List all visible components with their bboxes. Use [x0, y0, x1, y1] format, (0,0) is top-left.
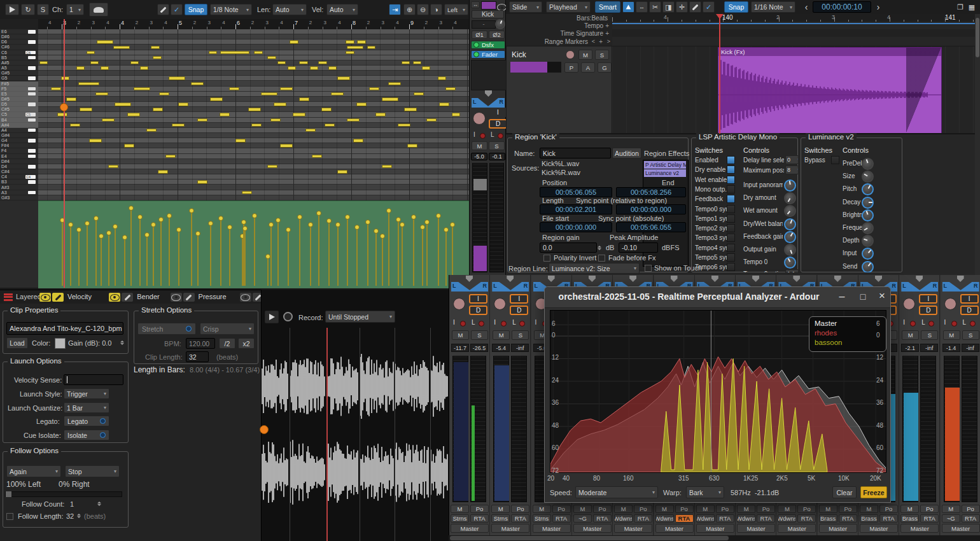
piano-keys[interactable]: E6D#6D6C#6C6C6B5A#5A5G#5G5F#5F5E5D#5D5C#…	[0, 29, 38, 200]
rta-send-button[interactable]: RTA	[839, 514, 857, 523]
midi-note[interactable]	[388, 82, 401, 86]
velocity-lollipop[interactable]	[208, 221, 213, 226]
fader-handle-icon[interactable]	[548, 276, 555, 282]
piano-key[interactable]: E4	[0, 154, 38, 159]
piano-key[interactable]: A#3	[0, 185, 38, 190]
piano-key[interactable]: C4C4	[0, 174, 38, 179]
launch-quantize-select[interactable]: 1 Bar▾	[64, 402, 109, 413]
monitor-button[interactable]: M	[491, 505, 510, 513]
velocity-lollipop[interactable]	[137, 214, 143, 220]
piano-key[interactable]: A#5	[0, 60, 38, 66]
white-key[interactable]	[28, 165, 36, 169]
white-key[interactable]	[28, 76, 36, 80]
timesig-add-button[interactable]: +	[605, 30, 609, 37]
grid-row[interactable]	[38, 159, 469, 164]
white-key[interactable]	[28, 149, 36, 153]
knob-size[interactable]	[862, 171, 874, 183]
rta-send-button[interactable]: RTA	[470, 514, 489, 523]
velocity-lollipop[interactable]	[265, 254, 270, 259]
knob-input-panorama[interactable]	[784, 179, 796, 192]
follow-length-spinner[interactable]	[76, 510, 81, 521]
lane-label-velocity[interactable]: Velocity	[67, 293, 92, 300]
midi-note[interactable]	[76, 66, 85, 70]
midi-note[interactable]	[57, 113, 67, 116]
input-button[interactable]: I	[469, 294, 487, 304]
record-enable-button[interactable]	[453, 298, 465, 310]
midi-note[interactable]	[153, 108, 163, 111]
input-monitor-label[interactable]: I	[473, 131, 475, 138]
grid-row[interactable]	[38, 87, 469, 92]
midi-loop-button[interactable]: ↻	[21, 4, 35, 15]
follow-count-value[interactable]: 1	[70, 500, 74, 508]
pencil-toggle-bender[interactable]	[122, 293, 133, 302]
midi-note[interactable]	[210, 97, 223, 101]
input-button[interactable]: I	[919, 294, 937, 304]
white-key[interactable]	[28, 66, 36, 70]
midi-note[interactable]	[356, 102, 367, 106]
grid-row[interactable]	[38, 174, 469, 179]
processor-dsfx[interactable]: Dsfx	[471, 41, 505, 49]
velocity-lollipop[interactable]	[308, 222, 313, 227]
switch-off[interactable]	[727, 253, 735, 262]
solo-button[interactable]: S	[512, 330, 529, 340]
midi-note[interactable]	[346, 51, 354, 55]
strip-name-button[interactable]: Strns	[533, 514, 551, 523]
strip-name-button[interactable]: ~G	[942, 514, 960, 523]
mute-button[interactable]: M	[472, 141, 487, 150]
output-button-master[interactable]: Master	[614, 524, 652, 533]
midi-note[interactable]	[382, 165, 392, 169]
midi-playhead[interactable]	[64, 19, 65, 288]
midi-note[interactable]	[347, 46, 363, 50]
polarity-label[interactable]: Polarity Invert	[554, 254, 596, 262]
switch-on[interactable]	[727, 195, 735, 203]
tempo-ratio-select[interactable]: 1:1▾	[785, 269, 798, 272]
lane-label-bender[interactable]: Bender	[137, 293, 159, 300]
scrollbar-handle[interactable]	[450, 536, 729, 540]
load-button[interactable]: Load	[6, 337, 28, 349]
midi-note[interactable]	[288, 66, 296, 70]
midi-note[interactable]	[321, 108, 332, 111]
strip-name-button[interactable]: Brass	[900, 514, 919, 523]
fader-handle-icon[interactable]	[793, 276, 800, 282]
processor-box[interactable]	[471, 60, 507, 90]
velocity-lollipop[interactable]	[252, 213, 257, 218]
switch-off[interactable]	[831, 156, 839, 164]
ruler-bar-label[interactable]: 140	[722, 14, 733, 21]
fader-handle-icon[interactable]	[589, 276, 596, 282]
record-enable-button[interactable]	[494, 298, 506, 310]
strip-width-button[interactable]: ↔	[471, 1, 480, 8]
fader-handle-icon[interactable]	[957, 276, 964, 282]
midi-note[interactable]	[242, 191, 252, 195]
midi-note[interactable]	[439, 102, 449, 106]
maximize-button[interactable]: □	[855, 290, 871, 304]
strip-name-button[interactable]: ~G	[573, 514, 592, 523]
follow-left-select[interactable]: Again▾	[6, 465, 61, 477]
midi-note[interactable]	[426, 118, 437, 122]
region-line-select[interactable]: Luminance v2: Size▾	[549, 263, 640, 274]
knob-wet-amount[interactable]	[784, 205, 796, 217]
polarity-button[interactable]: Po	[552, 505, 571, 513]
note-velocity-select[interactable]: Auto▾	[326, 4, 358, 15]
velocity-lollipop[interactable]	[365, 220, 370, 225]
piano-key[interactable]: G#3	[0, 195, 38, 200]
midi-note[interactable]	[299, 97, 309, 101]
editor-scrollbar[interactable]	[975, 14, 980, 275]
polarity-button[interactable]: Po	[675, 505, 694, 513]
grid-row[interactable]	[38, 190, 469, 195]
region-gain-input[interactable]: 0.0	[540, 242, 597, 253]
output-button-master[interactable]: Master	[533, 524, 571, 533]
midi-note[interactable]	[153, 56, 162, 60]
piano-key[interactable]: F#4	[0, 143, 38, 148]
channel-select[interactable]: 1▾	[66, 4, 84, 15]
clip-playhead[interactable]	[326, 328, 328, 541]
group-button[interactable]: G	[598, 62, 612, 73]
monitor-button[interactable]: M	[533, 505, 551, 513]
velocity-lollipop[interactable]	[106, 230, 111, 235]
clip-length-field[interactable]: 32	[186, 351, 209, 362]
velocity-lollipop[interactable]	[76, 227, 81, 232]
midi-note[interactable]	[413, 61, 421, 65]
input-monitor-label[interactable]: I	[494, 319, 496, 326]
transpose-up-button[interactable]: ⊕	[403, 4, 416, 15]
midi-ruler[interactable]: 43234423452346234723482349234	[38, 19, 469, 30]
piano-key[interactable]: C#6	[0, 45, 38, 50]
